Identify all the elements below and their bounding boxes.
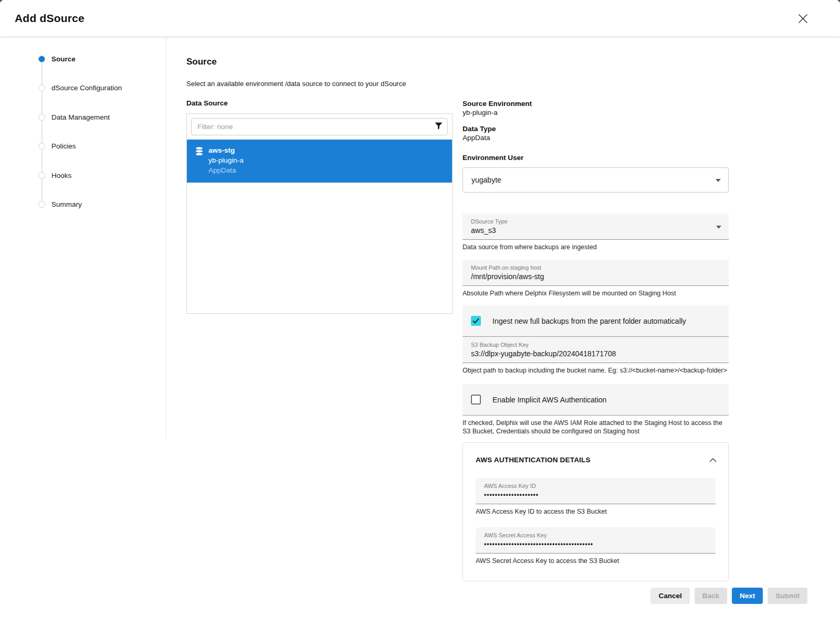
source-environment-value: yb-plugin-a [463, 108, 729, 117]
data-source-label: Data Source [186, 99, 453, 107]
dsource-type-label: DSource Type [471, 218, 720, 225]
step-circle-icon [38, 114, 45, 121]
cancel-button[interactable]: Cancel [650, 588, 689, 604]
source-environment-group: Source Environment yb-plugin-a [463, 99, 729, 117]
aws-secret-key-field[interactable]: AWS Secret Access Key ••••••••••••••••••… [476, 527, 716, 554]
page-subtitle: Select an available environment /data so… [186, 80, 840, 88]
aws-access-key-helper: AWS Access Key ID to access the S3 Bucke… [476, 507, 716, 516]
step-circle-icon [38, 143, 45, 150]
add-dsource-dialog: Add dSource Source dSource Configuration [0, 0, 840, 627]
data-source-environment: yb-plugin-a [208, 155, 244, 165]
step-summary[interactable]: Summary [0, 200, 166, 229]
step-label: Summary [51, 200, 82, 208]
wizard-stepper: Source dSource Configuration Data Manage… [0, 37, 166, 438]
page-title: Source [186, 57, 840, 67]
data-source-name: aws-stg [208, 146, 244, 155]
step-label: Data Management [51, 113, 110, 121]
next-button[interactable]: Next [732, 588, 763, 604]
filter-input[interactable] [191, 118, 448, 135]
data-type-value: AppData [463, 133, 729, 142]
step-hooks[interactable]: Hooks [0, 172, 166, 200]
environment-user-label: Environment User [463, 153, 729, 162]
dsource-type-select[interactable]: DSource Type aws_s3 [463, 214, 729, 240]
environment-user-value: yugabyte [471, 176, 501, 184]
dialog-title: Add dSource [15, 12, 85, 25]
mount-path-value: /mnt/provision/aws-stg [471, 272, 720, 282]
aws-access-key-value: •••••••••••••••••••• [484, 490, 707, 500]
filter-funnel-icon[interactable] [435, 122, 443, 132]
aws-secret-key-value: •••••••••••••••••••••••••••••••••••••••• [484, 539, 707, 549]
step-circle-icon [38, 84, 45, 91]
back-button[interactable]: Back [695, 588, 727, 604]
aws-authentication-title: AWS AUTHENTICATION DETAILS [476, 456, 716, 464]
step-label: Policies [51, 142, 76, 150]
mount-path-label: Mount Path on staging host [471, 264, 720, 271]
dsource-type-helper: Data source from where backups are inges… [463, 243, 729, 251]
data-type-label: Data Type [463, 124, 729, 133]
step-circle-icon [38, 172, 45, 179]
aws-secret-key-label: AWS Secret Access Key [484, 532, 707, 539]
chevron-up-icon[interactable] [708, 455, 718, 465]
s3-backup-key-field[interactable]: S3 Backup Object Key s3://dlpx-yugabyte-… [463, 337, 729, 363]
aws-secret-key-helper: AWS Secret Access Key to access the S3 B… [476, 557, 716, 565]
chevron-down-icon [716, 226, 721, 229]
ingest-backups-checkbox[interactable] [471, 316, 481, 326]
step-label: Source [51, 55, 76, 63]
s3-backup-key-helper: Object path to backup including the buck… [463, 366, 729, 375]
data-source-row-selected[interactable]: aws-stg yb-plugin-a AppData [187, 140, 452, 183]
dsource-type-value: aws_s3 [471, 226, 720, 236]
aws-access-key-field[interactable]: AWS Access Key ID •••••••••••••••••••• [476, 478, 716, 504]
implicit-auth-row: Enable Implicit AWS Authentication [463, 384, 729, 416]
implicit-auth-helper: If checked, Delphix will use the AWS IAM… [463, 419, 729, 435]
environment-user-select[interactable]: yugabyte [463, 167, 729, 193]
chevron-down-icon [716, 179, 721, 182]
aws-access-key-label: AWS Access Key ID [484, 482, 707, 490]
dialog-footer: Cancel Back Next Submit [650, 588, 807, 604]
step-label: dSource Configuration [51, 84, 122, 92]
submit-button[interactable]: Submit [768, 588, 807, 604]
step-data-management[interactable]: Data Management [0, 113, 166, 142]
step-circle-active-icon [38, 56, 45, 62]
s3-backup-key-label: S3 Backup Object Key [471, 341, 720, 348]
s3-backup-key-value: s3://dlpx-yugabyte-backup/20240418171708 [471, 349, 720, 359]
mount-path-field[interactable]: Mount Path on staging host /mnt/provisio… [463, 260, 729, 286]
step-circle-icon [38, 201, 45, 208]
ingest-backups-label: Ingest new full backups from the parent … [492, 317, 686, 325]
data-type-group: Data Type AppData [463, 124, 729, 142]
database-icon [195, 146, 203, 175]
step-dsource-configuration[interactable]: dSource Configuration [0, 84, 166, 113]
step-policies[interactable]: Policies [0, 142, 166, 171]
step-source[interactable]: Source [0, 55, 166, 84]
mount-path-helper: Absolute Path where Delphix Filesystem w… [463, 289, 729, 297]
data-source-panel: aws-stg yb-plugin-a AppData [186, 113, 453, 314]
implicit-auth-checkbox[interactable] [471, 395, 481, 405]
data-source-type: AppData [208, 165, 244, 175]
close-icon[interactable] [796, 12, 810, 25]
source-environment-label: Source Environment [463, 99, 729, 108]
aws-authentication-card: AWS AUTHENTICATION DETAILS AWS Access Ke… [463, 442, 729, 581]
implicit-auth-label: Enable Implicit AWS Authentication [492, 396, 606, 404]
ingest-backups-row: Ingest new full backups from the parent … [463, 305, 729, 337]
step-label: Hooks [51, 172, 71, 179]
dialog-header: Add dSource [0, 0, 840, 37]
